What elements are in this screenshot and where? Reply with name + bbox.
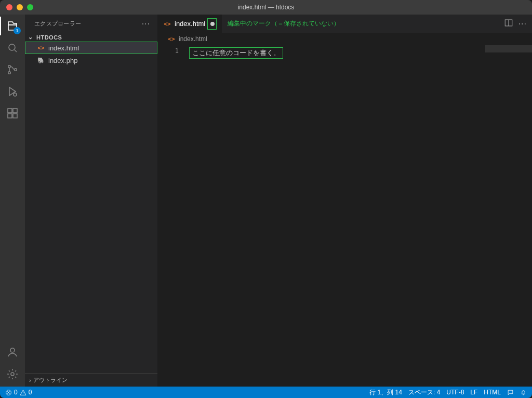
- tab-actions: ···: [504, 15, 532, 33]
- explorer-sidebar: エクスプローラー ··· ⌄ HTDOCS <> index.html 🐘 in…: [25, 15, 158, 387]
- explorer-more-icon[interactable]: ···: [142, 19, 150, 29]
- svg-point-4: [14, 93, 17, 96]
- svg-point-0: [9, 44, 15, 50]
- breadcrumb-file: index.html: [179, 35, 207, 43]
- activity-account-icon[interactable]: [5, 345, 20, 360]
- status-problems[interactable]: 0 0: [5, 389, 32, 396]
- editor-body: 1 ここに任意のコードを書く。: [158, 45, 532, 387]
- code-area[interactable]: ここに任意のコードを書く。: [188, 45, 485, 387]
- minimap-viewport[interactable]: [485, 45, 532, 52]
- window-zoom-button[interactable]: [27, 4, 33, 10]
- line-number: 1: [158, 47, 179, 55]
- chevron-right-icon: ›: [29, 377, 31, 383]
- svg-point-2: [8, 72, 11, 74]
- code-line-highlight: ここに任意のコードを書く。: [189, 47, 283, 59]
- editor-area: <> index.html 編集中のマーク（＝保存されていない） ··· <>: [158, 15, 532, 387]
- status-indent[interactable]: スペース: 4: [408, 388, 440, 397]
- svg-rect-6: [13, 109, 17, 113]
- svg-point-9: [10, 348, 15, 352]
- activity-bar: 1: [0, 15, 25, 387]
- dirty-mark-highlight: [207, 18, 217, 30]
- file-name: index.html: [48, 44, 79, 52]
- svg-point-10: [11, 373, 14, 376]
- svg-rect-5: [8, 109, 12, 113]
- file-name: index.php: [48, 57, 77, 64]
- chevron-down-icon: ⌄: [27, 34, 34, 41]
- status-warnings-count: 0: [29, 389, 32, 396]
- svg-rect-8: [13, 114, 17, 118]
- svg-rect-7: [8, 114, 12, 118]
- outline-section[interactable]: › アウトライン: [25, 373, 157, 387]
- explorer-title: エクスプローラー: [34, 20, 81, 28]
- window-minimize-button[interactable]: [17, 4, 23, 10]
- file-item-index-php[interactable]: 🐘 index.php: [25, 54, 157, 67]
- window-title: index.html — htdocs: [0, 4, 532, 11]
- breadcrumb[interactable]: <> index.html: [158, 33, 532, 45]
- dirty-annotation: 編集中のマーク（＝保存されていない）: [228, 19, 340, 28]
- activity-search-icon[interactable]: [5, 41, 20, 55]
- explorer-header: エクスプローラー ···: [25, 15, 157, 33]
- status-bar: 0 0 行 1、列 14 スペース: 4 UTF-8 LF HTML: [0, 387, 532, 398]
- outline-label: アウトライン: [33, 376, 68, 384]
- tab-bar: <> index.html 編集中のマーク（＝保存されていない） ···: [158, 15, 532, 33]
- window-close-button[interactable]: [6, 4, 12, 10]
- split-editor-icon[interactable]: [504, 18, 513, 30]
- title-bar: index.html — htdocs: [0, 0, 532, 15]
- php-file-icon: 🐘: [37, 56, 45, 64]
- file-tree: <> index.html 🐘 index.php: [25, 42, 157, 373]
- status-bell-icon[interactable]: [520, 389, 527, 396]
- window-body: 1 エクスプローラー: [0, 15, 532, 387]
- activity-extensions-icon[interactable]: [5, 106, 20, 121]
- file-item-index-html[interactable]: <> index.html: [25, 42, 157, 54]
- status-language[interactable]: HTML: [484, 389, 501, 396]
- vscode-window: index.html — htdocs 1: [0, 0, 532, 398]
- line-gutter: 1: [158, 45, 188, 387]
- folder-name: HTDOCS: [36, 34, 62, 41]
- activity-explorer-icon[interactable]: 1: [5, 19, 20, 33]
- status-feedback-icon[interactable]: [507, 389, 514, 396]
- minimap[interactable]: [485, 45, 532, 387]
- html-file-icon: <>: [167, 35, 176, 43]
- tab-more-icon[interactable]: ···: [518, 19, 527, 29]
- status-cursor[interactable]: 行 1、列 14: [369, 388, 402, 397]
- activity-source-control-icon[interactable]: [5, 62, 20, 77]
- traffic-lights: [6, 4, 33, 10]
- activity-settings-icon[interactable]: [5, 367, 20, 381]
- activity-run-debug-icon[interactable]: [5, 84, 20, 99]
- svg-point-3: [15, 69, 17, 71]
- status-errors-count: 0: [14, 389, 18, 396]
- html-file-icon: <>: [163, 20, 171, 28]
- status-encoding[interactable]: UTF-8: [446, 389, 464, 396]
- svg-point-1: [8, 65, 11, 68]
- folder-header[interactable]: ⌄ HTDOCS: [25, 33, 157, 42]
- tab-index-html[interactable]: <> index.html: [158, 15, 222, 33]
- tab-label: index.html: [175, 20, 205, 28]
- dirty-indicator-icon: [210, 22, 215, 26]
- explorer-badge: 1: [14, 27, 21, 34]
- status-eol[interactable]: LF: [470, 389, 477, 396]
- html-file-icon: <>: [37, 44, 45, 52]
